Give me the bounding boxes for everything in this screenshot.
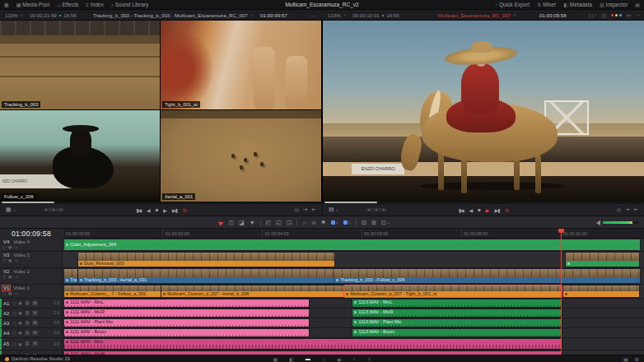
track-badge[interactable]: V4 — [2, 239, 10, 244]
track-badge[interactable]: A2 — [2, 311, 10, 316]
timeline-clip[interactable]: 1111.WAV - Plant Mic — [64, 319, 309, 327]
timeline-clip[interactable]: 1113.WAV - Plant Mic — [352, 319, 562, 327]
track-lane-V4[interactable]: Color_Adjustment_004 — [63, 239, 644, 251]
track-header-V3[interactable]: V3 Video 3 ◻ ▣ ▭ — [0, 252, 63, 267]
zoom-full-extent-icon[interactable]: ⊟ — [362, 220, 366, 226]
scopes-icon[interactable] — [610, 14, 622, 16]
snapping-icon[interactable]: ∩ — [302, 220, 306, 225]
play-button[interactable]: ▶ — [486, 207, 489, 213]
expand-viewer-icon[interactable]: ▭ — [626, 12, 631, 19]
marker-icon[interactable]: ∨ — [343, 220, 351, 225]
track-header-A3[interactable]: A3 ◻ ▣ S M 2.0 — [0, 318, 63, 327]
source-zoom-scrollbar[interactable] — [2, 202, 54, 203]
split-view-icon[interactable]: ◫ — [601, 12, 606, 19]
auto-select-icon[interactable]: ▣ — [8, 275, 12, 279]
program-zoom-scrollbar[interactable] — [324, 202, 377, 203]
track-header-V1[interactable]: V1 Video 1 ◻ ▣ ▭ — [0, 285, 63, 298]
source-duration[interactable]: 00:00:21:49 — [30, 12, 57, 18]
in-point-icon[interactable]: ⇥ — [303, 207, 307, 213]
track-lane-A4[interactable]: 1111.WAV - Boom1113.WAV - Boom — [63, 328, 644, 337]
timeline-clip[interactable]: Tracking_b_003 - Follow_c_006 — [334, 269, 640, 283]
track-enable-icon[interactable]: ▭ — [15, 291, 19, 295]
topbar-item-media-pool[interactable]: ▦Media Pool — [16, 2, 49, 7]
program-duration[interactable]: 00:00:10:01 — [352, 12, 380, 18]
timeline-timecode[interactable]: 01:00:09:58 — [0, 229, 63, 239]
auto-select-icon[interactable]: ▣ — [18, 321, 22, 325]
solo-button[interactable]: S — [25, 311, 30, 316]
solo-button[interactable]: S — [25, 301, 30, 306]
topbar-item-effects[interactable]: ◇Effects — [57, 2, 78, 7]
track-header-A5[interactable]: A5 ◻ ▣ S M 2.0 — [0, 338, 63, 350]
keyboard-icon[interactable]: ▤ — [623, 356, 628, 362]
program-jog-control[interactable] — [366, 208, 387, 211]
track-header-A4[interactable]: A4 ◻ ▣ S M 2.0 — [0, 328, 63, 337]
track-enable-icon[interactable]: ▭ — [15, 258, 19, 262]
track-lane-A3[interactable]: 1111.WAV - Plant Mic1113.WAV - Plant Mic — [63, 318, 644, 327]
last-frame-button[interactable]: ▶▮ — [172, 207, 177, 213]
program-timecode[interactable]: 01:00:09:58 — [539, 10, 567, 21]
source-options-menu[interactable]: ⋯ — [310, 10, 315, 21]
track-lane-V1[interactable]: Multicam_Custom_..7 - Follow_a_001Multic… — [63, 285, 644, 298]
camera-cell-1[interactable]: Tracking_b_003 — [0, 21, 160, 109]
topbar-item-inspector[interactable]: ▥Inspector — [600, 2, 628, 7]
timeline-clip[interactable]: 1111.WAV - Boom — [64, 329, 309, 336]
color-page-icon[interactable]: ◉ — [337, 356, 341, 362]
timeline-clip[interactable]: Tra..._al — [64, 269, 77, 283]
settings-gear-icon[interactable]: ⚙ — [635, 356, 639, 362]
auto-select-icon[interactable]: ▣ — [8, 245, 12, 249]
track-badge[interactable]: A3 — [2, 321, 10, 326]
timeline-clip[interactable]: Tracking_b_003 - Aerial_a_001 — [78, 269, 334, 283]
timeline-clip[interactable]: 1113.WAV - MixR — [352, 309, 562, 317]
stop-button[interactable]: ■ — [478, 207, 480, 212]
reverse-button[interactable]: ◀ — [469, 207, 473, 213]
zoom-detail-icon[interactable]: ⊞ — [371, 220, 376, 226]
first-frame-button[interactable]: ▮◀ — [136, 207, 141, 213]
topbar-item-index[interactable]: ≡Index — [86, 2, 103, 7]
program-zoom-select[interactable]: 133% — [328, 12, 341, 18]
solo-button[interactable]: S — [25, 341, 30, 346]
playhead[interactable] — [561, 229, 562, 355]
out-point-icon[interactable]: ⇤ — [634, 207, 638, 213]
topbar-item-mixer[interactable]: ⇅Mixer — [537, 2, 556, 7]
timeline-clip[interactable]: Multicam_Custom_..7 - Follow_a_001 — [64, 285, 161, 297]
auto-select-icon[interactable]: ▣ — [8, 258, 12, 262]
zoom-custom-icon[interactable]: ⊡∨ — [381, 220, 390, 226]
track-enable-icon[interactable]: ▭ — [15, 275, 19, 279]
blade-edit-mode-icon[interactable]: ▼ — [250, 220, 255, 225]
auto-select-icon[interactable]: ▣ — [18, 301, 22, 305]
lock-icon[interactable]: ◻ — [12, 342, 16, 346]
timeline-clip[interactable] — [563, 285, 639, 297]
viewer-mode-dropdown[interactable]: ▢∨ — [589, 12, 597, 19]
source-zoom-select[interactable]: 133% — [5, 12, 18, 18]
timeline-clip[interactable]: 1111.WAV - MixL — [64, 339, 562, 349]
multicam-grid-icon[interactable]: ▦∨ — [6, 204, 16, 216]
lock-icon[interactable]: ◻ — [2, 291, 6, 295]
track-lane-V2[interactable]: Tra..._alTracking_b_003 - Aerial_a_001Tr… — [63, 268, 644, 284]
timeline-clip[interactable]: Multicam_Custom_d_007 - Aerial_b_006 — [161, 285, 344, 297]
timeline-clip[interactable]: Multicam_Custom_b_007 - Tight_b_001_st — [344, 285, 562, 297]
track-header-A1[interactable]: A1 ◻ ▣ S M 2.0 — [0, 299, 63, 308]
overwrite-clip-icon[interactable]: ◱ — [276, 220, 282, 226]
timeline-clip[interactable]: Dust_Removal_003 — [78, 253, 334, 267]
auto-select-icon[interactable]: ▣ — [18, 342, 22, 346]
stop-button[interactable]: ■ — [156, 207, 158, 212]
edit-page-icon[interactable]: ▬ — [306, 356, 310, 362]
reverse-button[interactable]: ◀ — [147, 207, 150, 213]
loop-button[interactable]: ↻ — [183, 207, 186, 213]
deliver-page-icon[interactable]: ↗ — [367, 356, 371, 362]
last-frame-button[interactable]: ▶▮ — [494, 207, 499, 213]
audio-monitor[interactable] — [596, 216, 639, 229]
auto-select-icon[interactable]: ▣ — [18, 311, 22, 315]
program-viewer[interactable]: ENZO CHARRO — [323, 21, 644, 202]
auto-select-icon[interactable]: ▣ — [18, 331, 22, 335]
camera-cell-4[interactable]: Aerial_a_001 — [161, 110, 321, 202]
track-header-A2[interactable]: A2 ◻ ▣ S M 2.0 — [0, 309, 63, 318]
auto-select-icon[interactable]: ▣ — [8, 291, 12, 295]
track-lane-A2[interactable]: 1111.WAV - MixR1113.WAV - MixR — [63, 309, 644, 318]
timeline-clip[interactable] — [566, 253, 639, 267]
linked-selection-icon[interactable]: ∞ — [311, 220, 315, 225]
topbar-item-metadata[interactable]: ◧Metadata — [563, 2, 592, 7]
source-jog-control[interactable] — [43, 208, 64, 211]
selection-mode-icon[interactable]: ▶ — [218, 219, 225, 226]
dynamic-trim-mode-icon[interactable]: ◪ — [239, 220, 245, 226]
